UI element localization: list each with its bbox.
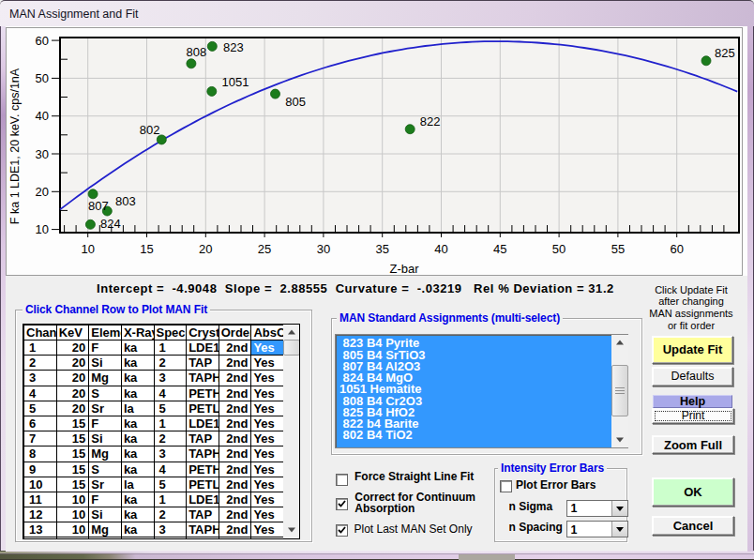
svg-text:35: 35 — [375, 242, 388, 256]
svg-text:30: 30 — [36, 147, 49, 161]
svg-text:20: 20 — [36, 185, 49, 199]
svg-text:10: 10 — [81, 242, 94, 256]
svg-text:15: 15 — [140, 242, 153, 256]
svg-text:803: 803 — [115, 194, 136, 208]
svg-text:55: 55 — [611, 242, 625, 256]
svg-text:823: 823 — [223, 40, 244, 54]
svg-text:1051: 1051 — [222, 75, 249, 89]
svg-text:802: 802 — [140, 123, 160, 137]
svg-text:20: 20 — [199, 242, 212, 256]
svg-text:822: 822 — [420, 114, 441, 129]
svg-text:808: 808 — [187, 45, 207, 59]
svg-text:805: 805 — [285, 95, 306, 109]
svg-text:60: 60 — [670, 242, 683, 256]
svg-text:30: 30 — [317, 242, 330, 256]
svg-text:F ka 1 LDE1, 20 keV. cps/1nA: F ka 1 LDE1, 20 keV. cps/1nA — [8, 68, 22, 224]
svg-text:Z-bar: Z-bar — [389, 262, 419, 276]
svg-text:824: 824 — [100, 217, 121, 231]
svg-text:807: 807 — [88, 199, 109, 213]
svg-text:50: 50 — [36, 71, 49, 85]
svg-text:25: 25 — [258, 242, 271, 256]
svg-text:825: 825 — [715, 46, 735, 60]
svg-text:50: 50 — [552, 242, 566, 256]
svg-text:60: 60 — [36, 34, 49, 48]
svg-text:40: 40 — [434, 242, 447, 256]
svg-text:45: 45 — [493, 242, 506, 256]
svg-text:40: 40 — [36, 109, 49, 123]
svg-text:10: 10 — [36, 222, 49, 236]
